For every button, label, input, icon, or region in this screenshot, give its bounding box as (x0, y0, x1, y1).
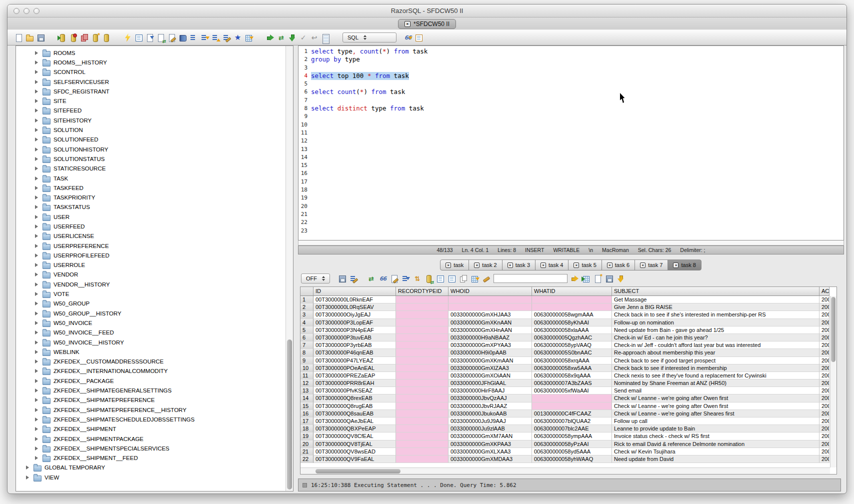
tree-item-w50-group-history[interactable]: W50_GROUP__HISTORY (16, 308, 286, 318)
result-tab-task-7[interactable]: ×task 7 (634, 260, 668, 270)
cell-id[interactable]: 00T3000000P3tuvEAB (314, 334, 396, 342)
result-tab-task-5[interactable]: ×task 5 (568, 260, 602, 270)
cell-subject[interactable]: Check w/ Leanne - we're going after Owen… (612, 402, 820, 410)
result-tab-task-8[interactable]: ×task 8 (668, 260, 701, 270)
new-file-icon[interactable] (14, 34, 23, 42)
cell-whatid[interactable]: 006300000058ypVAAQ (532, 342, 612, 349)
sql-editor[interactable]: 1select type, count(*) from task2group b… (298, 46, 844, 240)
export-download-icon[interactable] (616, 274, 625, 283)
cell-whatid[interactable]: 00630000007A3bZAAS (532, 380, 612, 387)
go-search-icon[interactable] (570, 274, 579, 283)
cell-subject[interactable]: Check nexis to see if they've found a re… (612, 372, 820, 380)
close-tab-icon[interactable]: × (640, 262, 646, 268)
cell-id[interactable]: 00T3000000POeAnEAL (314, 364, 396, 372)
editor-line[interactable]: 15 (298, 162, 844, 170)
describe-table-icon[interactable] (134, 34, 143, 42)
expand-arrow-icon[interactable] (35, 369, 40, 373)
expand-arrow-icon[interactable] (35, 128, 40, 132)
tree-item-vendor[interactable]: VENDOR (16, 270, 286, 280)
cell-activitydate[interactable]: 200 (820, 410, 830, 418)
cell-recordtypeid[interactable] (396, 425, 448, 432)
cell-recordtypeid[interactable] (396, 357, 448, 364)
editor-line[interactable]: 20 (298, 202, 844, 210)
execute-sql-icon[interactable] (124, 34, 132, 42)
tree-item-solution[interactable]: SOLUTION (16, 125, 286, 134)
cell-recordtypeid[interactable] (396, 380, 448, 387)
cell-whatid[interactable]: 006300000058ympAAA (532, 432, 612, 440)
expand-arrow-icon[interactable] (35, 418, 40, 422)
cell-recordtypeid[interactable] (396, 326, 448, 334)
tree-item-zkfedex-shipmategeneralsettings[interactable]: ZKFEDEX__SHIPMATEGENERALSETTINGS (16, 386, 286, 395)
cell-whoid[interactable]: 0033000000GmXHnAAN (448, 326, 532, 334)
tree-item-rooms[interactable]: ROOMS (16, 48, 286, 58)
tree-scrollbar[interactable] (286, 46, 293, 491)
editor-line[interactable]: 11 (298, 129, 844, 137)
expand-arrow-icon[interactable] (35, 60, 40, 64)
cell-recordtypeid[interactable] (396, 440, 448, 448)
cell-subject[interactable]: Leanne to provide update to Bain (612, 425, 820, 432)
cell-subject[interactable]: Get Massage (612, 296, 820, 304)
cell-activitydate[interactable]: 200 (820, 311, 830, 318)
sync-connections-icon[interactable]: ⇄ (277, 34, 286, 42)
cell-id[interactable]: 00T3000000PRR8rEAH (314, 380, 396, 387)
database-icon[interactable] (102, 34, 110, 42)
table-row[interactable]: 800T3000000P46qnEAB0033000000H9i0pAAB006… (300, 349, 830, 356)
editor-line[interactable]: 17 (298, 178, 844, 186)
table-row[interactable]: 1800T3000000QBXPeEAP0033000000Ju9zlAAB00… (300, 425, 830, 432)
sort-ascending-icon[interactable] (212, 34, 220, 42)
cell-whoid[interactable]: 0033000000H9i0pAAB (448, 349, 532, 356)
sort-descending-icon[interactable] (200, 34, 209, 42)
editor-line[interactable]: 3 (298, 64, 844, 72)
column-header-rownum[interactable] (300, 287, 314, 296)
expand-arrow-icon[interactable] (35, 408, 40, 412)
tree-item-zkfedex-shipment[interactable]: ZKFEDEX__SHIPMENT (16, 424, 286, 434)
cell-recordtypeid[interactable] (396, 364, 448, 372)
cell-whatid[interactable]: 0013000000C4fFCAAZ (532, 410, 612, 418)
table-row[interactable]: 1100T3000000PREZaEAP0033000000GmXOiAAN00… (300, 372, 830, 380)
cell-recordtypeid[interactable] (396, 410, 448, 418)
sql-mode-select[interactable]: SQL (342, 32, 396, 42)
close-tab-icon[interactable]: × (574, 262, 579, 268)
cell-whoid[interactable]: 0033000000Ju9J9AAJ (448, 418, 532, 425)
table-row[interactable]: 1200T3000000PRR8rEAH0033000000JFhGlAAL00… (300, 380, 830, 387)
expand-arrow-icon[interactable] (35, 388, 40, 392)
cell-recordtypeid[interactable] (396, 304, 448, 311)
cell-whoid[interactable]: 0033000000H9aNBAAZ (448, 334, 532, 342)
cell-id[interactable]: 00T3000000P3yrbEAB (314, 342, 396, 349)
results-vscrollbar[interactable] (830, 296, 836, 468)
tree-item-userfeed[interactable]: USERFEED (16, 222, 286, 231)
column-info-icon[interactable] (190, 34, 198, 42)
cell-subject[interactable]: Follow up call (612, 418, 820, 425)
tree-item-selfserviceuser[interactable]: SELFSERVICEUSER (16, 77, 286, 86)
expand-arrow-icon[interactable] (35, 166, 40, 170)
table-row[interactable]: 2000T3000000QV8TjEAL0033000000GmXKPAA300… (300, 440, 830, 448)
editor-line[interactable]: 5 (298, 80, 844, 88)
editor-hscrollbar[interactable] (298, 240, 844, 246)
expand-arrow-icon[interactable] (26, 476, 31, 480)
cell-recordtypeid[interactable] (396, 342, 448, 349)
tree-scrollbar-thumb[interactable] (287, 340, 292, 490)
editor-line[interactable]: 8select distinct type from task (298, 104, 844, 112)
result-tab-task-3[interactable]: ×task 3 (502, 260, 536, 270)
cell-id[interactable]: 00T3000000QV8wsEAD (314, 448, 396, 456)
tree-item-solutionstatus[interactable]: SOLUTIONSTATUS (16, 154, 286, 164)
tree-item-global-temporary[interactable]: GLOBAL TEMPORARY (16, 463, 286, 472)
cell-activitydate[interactable]: 200 (820, 440, 830, 448)
cell-whoid[interactable]: 0033000000GmXMDAA3 (448, 456, 532, 463)
schema-list-icon[interactable] (414, 34, 423, 42)
cell-whoid[interactable]: 0033000000GmXKPAA3 (448, 440, 532, 448)
connect-database-icon[interactable] (58, 34, 66, 42)
cell-subject[interactable]: Check w/ Kevin Tsujihara (612, 448, 820, 456)
cell-id[interactable]: 00T3000000L0RqSEAV (314, 304, 396, 311)
table-row[interactable]: 700T3000000P3yrbEAB0033000000GmXPYAA3006… (300, 342, 830, 349)
cell-whatid[interactable]: 006300000058yPzAAI (532, 440, 612, 448)
tree-item-w50-invoice-history[interactable]: W50_INVOICE__HISTORY (16, 338, 286, 347)
cell-id[interactable]: 00T3000000QAeJbEAL (314, 418, 396, 425)
expand-arrow-icon[interactable] (35, 196, 40, 200)
editor-line[interactable]: 13 (298, 146, 844, 154)
open-file-icon[interactable] (26, 34, 34, 42)
cell-whatid[interactable]: 006300000058xlaAAA (532, 326, 612, 334)
close-tab-icon[interactable]: × (607, 262, 612, 268)
cell-whoid[interactable] (448, 304, 532, 311)
tree-item-zkfedex-customaddresssource[interactable]: ZKFEDEX__CUSTOMADDRESSSOURCE (16, 357, 286, 366)
